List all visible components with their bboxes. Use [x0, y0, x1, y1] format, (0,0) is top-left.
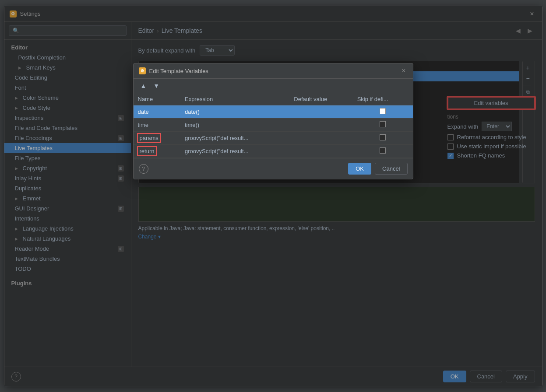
modal-actions: OK Cancel	[348, 163, 407, 175]
params-name-highlighted: params	[138, 134, 160, 142]
cell-default-value	[289, 105, 352, 119]
cell-name: return	[134, 145, 180, 158]
table-row[interactable]: time time()	[134, 119, 413, 132]
cell-default-value	[289, 145, 352, 158]
table-row[interactable]: params groovyScript("def result...	[134, 132, 413, 145]
skip-checkbox[interactable]	[380, 134, 386, 140]
col-skip: Skip if defi...	[353, 93, 413, 105]
skip-checkbox[interactable]	[380, 121, 386, 127]
skip-checkbox[interactable]	[380, 147, 386, 154]
settings-window: ⚙ Settings × Editor Postfix Completion S…	[4, 6, 542, 386]
modal-title: Edit Template Variables	[149, 68, 397, 74]
cell-name: params	[134, 132, 180, 145]
skip-checkbox[interactable]	[380, 108, 386, 114]
variables-table: Name Expression Default value Skip if de…	[134, 93, 413, 158]
modal-table-body: Name Expression Default value Skip if de…	[134, 93, 413, 158]
return-name-highlighted: return	[138, 147, 156, 155]
cell-expression: date()	[180, 105, 289, 119]
cell-default-value	[289, 119, 352, 132]
modal-title-bar: ⚙ Edit Template Variables ×	[134, 63, 413, 79]
modal-cancel-button[interactable]: Cancel	[375, 163, 407, 175]
table-header-row: Name Expression Default value Skip if de…	[134, 93, 413, 105]
move-down-button[interactable]: ▼	[151, 81, 162, 90]
col-expression: Expression	[180, 93, 289, 105]
col-default-value: Default value	[289, 93, 352, 105]
cell-expression: groovyScript("def result...	[180, 132, 289, 145]
cell-skip[interactable]	[353, 145, 413, 158]
modal-help-button[interactable]: ?	[139, 164, 148, 174]
modal-ok-button[interactable]: OK	[348, 163, 371, 175]
cell-default-value	[289, 132, 352, 145]
cell-skip[interactable]	[353, 119, 413, 132]
table-row[interactable]: date date()	[134, 105, 413, 119]
modal-toolbar: ▲ ▼	[134, 79, 413, 93]
modal-icon: ⚙	[139, 67, 146, 74]
cell-skip[interactable]	[353, 132, 413, 145]
cell-expression: time()	[180, 119, 289, 132]
table-row[interactable]: return groovyScript("def result...	[134, 145, 413, 158]
cell-skip[interactable]	[353, 105, 413, 119]
modal-close-button[interactable]: ×	[400, 67, 407, 75]
move-up-button[interactable]: ▲	[138, 81, 149, 90]
edit-template-variables-modal: ⚙ Edit Template Variables × ▲ ▼ Name Exp…	[133, 63, 413, 179]
cell-name: date	[134, 105, 180, 119]
modal-footer: ? OK Cancel	[134, 158, 413, 179]
col-name: Name	[134, 93, 180, 105]
cell-expression: groovyScript("def result...	[180, 145, 289, 158]
modal-overlay: ⚙ Edit Template Variables × ▲ ▼ Name Exp…	[4, 6, 542, 386]
cell-name: time	[134, 119, 180, 132]
